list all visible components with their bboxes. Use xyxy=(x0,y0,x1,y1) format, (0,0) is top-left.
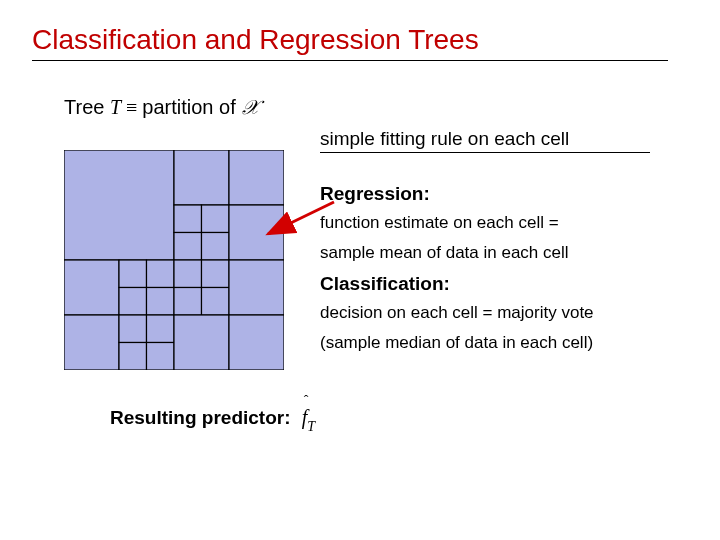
classification-heading: Classification: xyxy=(320,273,700,295)
partition-text: partition of xyxy=(142,96,241,118)
svg-rect-20 xyxy=(174,288,202,316)
svg-rect-12 xyxy=(147,288,175,316)
classification-line-1: decision on each cell = majority vote xyxy=(320,303,700,323)
regression-line-2: sample mean of data in each cell xyxy=(320,243,700,263)
svg-rect-13 xyxy=(64,315,119,370)
partition-diagram xyxy=(64,150,284,370)
svg-rect-9 xyxy=(119,260,147,288)
fitting-rule-text: simple fitting rule on each cell xyxy=(320,128,650,153)
regression-line-1: function estimate on each cell = xyxy=(320,213,700,233)
svg-rect-23 xyxy=(174,315,229,370)
svg-rect-15 xyxy=(147,315,175,343)
svg-rect-6 xyxy=(202,233,230,261)
predictor-symbol: ˆ fT xyxy=(302,406,315,433)
svg-rect-11 xyxy=(119,288,147,316)
tree-prefix: Tree xyxy=(64,96,110,118)
svg-rect-21 xyxy=(202,288,230,316)
resulting-predictor-line: Resulting predictor: ˆ fT xyxy=(110,406,315,433)
svg-rect-19 xyxy=(202,260,230,288)
tree-symbol-T: T xyxy=(110,96,121,118)
slide-title: Classification and Regression Trees xyxy=(32,24,668,61)
right-column: simple fitting rule on each cell Regress… xyxy=(320,128,700,363)
svg-rect-14 xyxy=(119,315,147,343)
svg-rect-2 xyxy=(229,150,284,205)
classification-line-2: (sample median of data in each cell) xyxy=(320,333,700,353)
hat-symbol: ˆ xyxy=(304,393,309,409)
svg-rect-8 xyxy=(64,260,119,315)
svg-rect-17 xyxy=(147,343,175,371)
svg-rect-1 xyxy=(174,150,229,205)
svg-rect-10 xyxy=(147,260,175,288)
svg-rect-4 xyxy=(202,205,230,233)
regression-heading: Regression: xyxy=(320,183,700,205)
svg-rect-0 xyxy=(64,150,174,260)
svg-rect-5 xyxy=(174,233,202,261)
svg-rect-22 xyxy=(229,260,284,315)
svg-rect-3 xyxy=(174,205,202,233)
equiv-symbol: ≡ xyxy=(121,96,142,118)
predictor-label: Resulting predictor: xyxy=(110,407,291,428)
space-symbol-X: 𝒳 xyxy=(241,96,257,118)
svg-rect-16 xyxy=(119,343,147,371)
svg-rect-24 xyxy=(229,315,284,370)
svg-rect-7 xyxy=(229,205,284,260)
tree-definition-line: Tree T ≡ partition of 𝒳 xyxy=(64,96,257,119)
subscript-T: T xyxy=(307,419,315,434)
svg-rect-18 xyxy=(174,260,202,288)
